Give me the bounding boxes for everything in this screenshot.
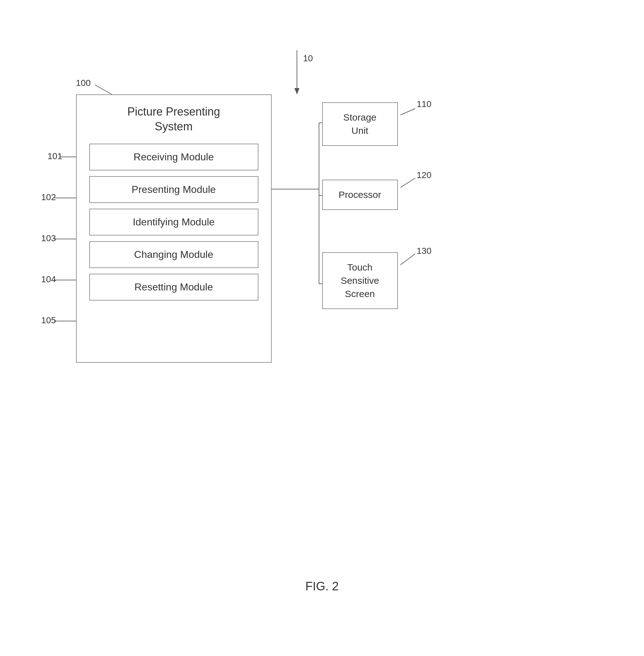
- module-presenting: Presenting Module: [89, 176, 258, 203]
- label-100: 100: [76, 78, 91, 88]
- module-identifying: Identifying Module: [89, 209, 258, 235]
- modules-list: Receiving Module Presenting Module Ident…: [77, 140, 271, 310]
- svg-line-15: [400, 254, 415, 265]
- label-101: 101: [48, 151, 63, 161]
- storage-unit-box: Storage Unit: [322, 102, 398, 146]
- label-110: 110: [417, 99, 432, 109]
- module-receiving: Receiving Module: [89, 144, 258, 171]
- label-120: 120: [417, 170, 432, 180]
- main-label-10: 10: [303, 53, 313, 64]
- module-resetting: Resetting Module: [89, 274, 258, 300]
- module-changing: Changing Module: [89, 241, 258, 268]
- label-105: 105: [41, 315, 56, 325]
- label-102: 102: [41, 192, 56, 202]
- diagram-container: 10 Picture Presenting System Receiving M…: [38, 44, 606, 612]
- figure-label: FIG. 2: [305, 580, 339, 593]
- svg-line-13: [400, 109, 415, 115]
- svg-marker-1: [294, 88, 299, 94]
- label-130: 130: [417, 246, 432, 256]
- label-104: 104: [41, 274, 56, 285]
- svg-line-14: [400, 178, 415, 187]
- system-title: Picture Presenting System: [77, 95, 271, 140]
- label-103: 103: [41, 233, 56, 243]
- touch-screen-box: Touch Sensitive Screen: [322, 252, 398, 309]
- system-box: Picture Presenting System Receiving Modu…: [76, 94, 272, 363]
- processor-box: Processor: [322, 180, 398, 210]
